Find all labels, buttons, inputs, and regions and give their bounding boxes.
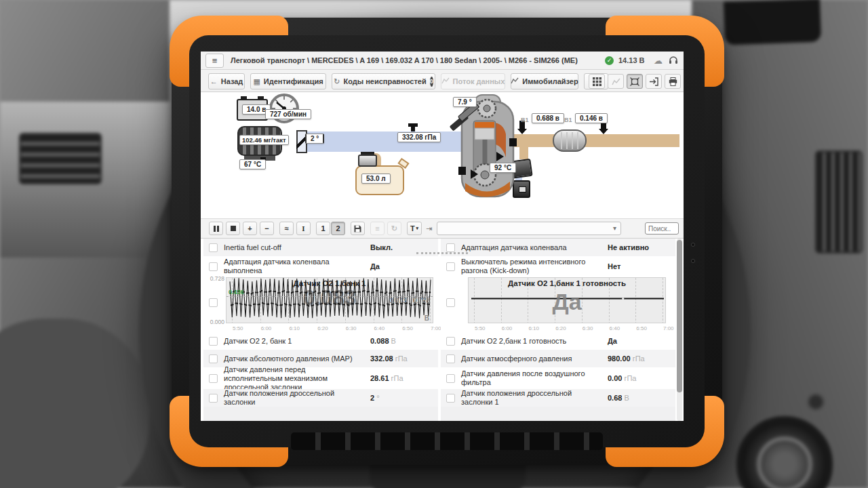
x-tick-label: 5:50 xyxy=(475,325,486,331)
breadcrumb: Легковой транспорт \ MERCEDES \ A 169 \ … xyxy=(231,56,578,64)
scrollbar-thumb[interactable] xyxy=(677,240,682,392)
chart-current-value: Да xyxy=(469,289,665,315)
table-row[interactable]: Адаптация датчика коленвалаНе активно xyxy=(441,239,675,256)
table-row[interactable]: Датчик положения дроссельной заслонки 10… xyxy=(441,389,675,407)
refresh-button[interactable]: ↻ xyxy=(387,222,401,235)
o2-post-bank-tag: B1 xyxy=(564,117,572,123)
immobilizer-button[interactable]: Иммобилайзер xyxy=(511,73,578,89)
diagnostic-app-screen: ≡ Легковой транспорт \ MERCEDES \ A 169 … xyxy=(201,52,684,421)
row-checkbox[interactable] xyxy=(209,243,218,252)
chart-plot[interactable]: 0.083Датчик O2 1,банк 10.4360.0730.728В xyxy=(226,277,433,323)
table-row[interactable]: Адаптация датчика коленвала выполненаДа xyxy=(203,256,438,277)
back-arrow-icon: ← xyxy=(210,77,218,85)
table-row[interactable]: Датчик положения дроссельной заслонки2° xyxy=(203,389,438,407)
grid-view-icon xyxy=(593,77,601,86)
table-row[interactable]: Датчик давления после воздушного фильтра… xyxy=(441,367,675,389)
left-chart-row[interactable]: 0.7280.0000.083Датчик O2 1,банк 10.4360.… xyxy=(203,277,438,332)
row-value: 0.088В xyxy=(370,337,396,345)
exit-session-button[interactable] xyxy=(646,74,662,89)
zoom-out-button[interactable]: − xyxy=(260,222,274,235)
list-button[interactable]: ≡ xyxy=(370,222,384,235)
x-tick-label: 6:20 xyxy=(317,325,328,331)
diagnostic-tablet: ≡ Легковой транспорт \ MERCEDES \ A 169 … xyxy=(172,18,722,465)
filter-button[interactable]: T▾ xyxy=(407,222,422,235)
menu-icon[interactable]: ≡ xyxy=(205,54,224,68)
wave-mode-button[interactable]: ≈ xyxy=(279,222,294,235)
table-row[interactable]: Датчик O2 2,банк 1 готовностьДа xyxy=(441,332,675,350)
x-tick-label: 5:50 xyxy=(233,325,243,331)
table-row[interactable]: Датчик давления перед исполнительным мех… xyxy=(203,367,438,389)
headset-support-icon[interactable] xyxy=(669,55,678,66)
table-row[interactable]: Выключатель режима интенсивного разгона … xyxy=(441,256,675,277)
graph-view-button[interactable] xyxy=(608,74,624,89)
connection-ok-icon: ✓ xyxy=(605,56,614,65)
row-checkbox[interactable] xyxy=(209,374,218,383)
page-2-button[interactable]: 2 xyxy=(331,222,345,235)
table-row[interactable]: Датчик атмосферного давления980.00гПа xyxy=(441,350,675,367)
dtc-button[interactable]: ↻ Коды неисправностей 0 xyxy=(332,73,435,89)
y-axis-max-label: 0.728 xyxy=(210,275,224,282)
row-checkbox[interactable] xyxy=(446,243,455,252)
right-chart-row[interactable]: ДаДатчик O2 1,банк 1 готовность5:506:006… xyxy=(441,277,675,332)
row-name: Адаптация датчика коленвала xyxy=(461,243,598,252)
pane-splitter-handle[interactable] xyxy=(416,252,468,258)
row-name: Адаптация датчика коленвала выполнена xyxy=(224,258,361,275)
o2-pre-bank-tag: B1 xyxy=(521,117,529,123)
pause-button[interactable] xyxy=(209,222,223,235)
fuel-level-label: 53.0 л xyxy=(361,174,391,184)
stop-button[interactable] xyxy=(226,222,240,235)
search-input[interactable] xyxy=(645,222,679,235)
row-checkbox[interactable] xyxy=(446,374,455,383)
chart-min-max: 0.0730.728 xyxy=(382,297,430,304)
row-value: 0.00гПа xyxy=(608,374,636,382)
x-tick-label: 6:00 xyxy=(502,325,513,331)
cursor-mode-button[interactable]: I xyxy=(296,222,311,235)
row-checkbox[interactable] xyxy=(209,337,218,346)
chart-unit: В xyxy=(425,314,429,322)
row-checkbox[interactable] xyxy=(446,394,455,403)
table-row-partial xyxy=(441,407,675,421)
row-value: 28.61гПа xyxy=(370,374,403,382)
row-checkbox[interactable] xyxy=(446,337,455,346)
x-tick-label: 6:10 xyxy=(289,325,300,331)
table-right-column: Адаптация датчика коленвалаНе активноВык… xyxy=(441,239,675,421)
back-button[interactable]: ← Назад xyxy=(208,73,245,89)
grid-icon: ▦ xyxy=(253,77,260,86)
row-checkbox[interactable] xyxy=(209,394,218,403)
x-tick-label: 6:10 xyxy=(528,325,539,331)
row-value: Не активно xyxy=(608,243,649,251)
pin-icon[interactable]: ⇥ xyxy=(426,224,432,233)
chart-plot[interactable]: ДаДатчик O2 1,банк 1 готовность xyxy=(468,277,666,323)
row-checkbox[interactable] xyxy=(446,262,455,271)
save-button[interactable] xyxy=(351,222,365,235)
row-name: Датчик O2 2,банк 1 готовность xyxy=(461,337,598,346)
x-tick-label: 6:40 xyxy=(610,325,620,331)
identification-button[interactable]: ▦ Идентификация xyxy=(250,73,326,89)
parameter-table: Inertia fuel cut-offВыкл.Адаптация датчи… xyxy=(201,239,684,421)
catalytic-converter-graphic xyxy=(553,129,587,152)
app-top-bar: ≡ Легковой транспорт \ MERCEDES \ A 169 … xyxy=(201,52,684,70)
x-tick-label: 6:50 xyxy=(636,325,647,331)
row-name: Датчик положения дроссельной заслонки 1 xyxy=(461,389,598,407)
cloud-sync-icon[interactable]: ☁ xyxy=(654,56,663,66)
table-row[interactable]: Inertia fuel cut-offВыкл. xyxy=(203,239,438,256)
data-stream-button[interactable]: Поток данных xyxy=(441,73,505,89)
row-checkbox[interactable] xyxy=(446,354,455,363)
page-1-button[interactable]: 1 xyxy=(316,222,330,235)
schematic-view-button[interactable] xyxy=(627,74,643,89)
row-checkbox[interactable] xyxy=(209,354,218,363)
engine-schematic: 14.0 в 727 об/мин 102.46 мг/такт 67 °C 2… xyxy=(201,92,684,218)
zoom-in-button[interactable]: + xyxy=(243,222,257,235)
row-checkbox[interactable] xyxy=(446,298,455,307)
table-row[interactable]: Датчик O2 2, банк 10.088В xyxy=(203,332,438,350)
throttle-angle-label: 2 ° xyxy=(305,134,324,144)
schematic-view-icon xyxy=(630,77,639,86)
row-name: Выключатель режима интенсивного разгона … xyxy=(461,258,598,275)
print-button[interactable] xyxy=(665,74,681,89)
parameter-select[interactable]: ▾ xyxy=(437,222,621,235)
battery-voltage-status: 14.13 В xyxy=(618,56,645,64)
table-scrollbar[interactable] xyxy=(677,239,682,421)
grid-view-button[interactable] xyxy=(589,74,605,89)
row-value: Выкл. xyxy=(370,243,393,251)
row-checkbox[interactable] xyxy=(209,262,218,271)
